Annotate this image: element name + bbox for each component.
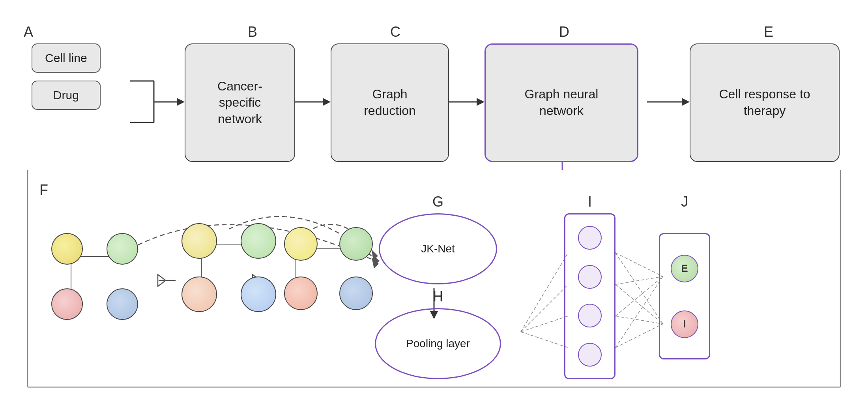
label-h: H — [398, 288, 477, 308]
label-c: C — [336, 24, 455, 43]
label-f: F — [39, 182, 48, 201]
graph3-node-tr — [339, 227, 373, 261]
svg-line-22 — [615, 276, 663, 284]
nn-layer — [564, 213, 615, 379]
svg-marker-8 — [477, 98, 485, 106]
svg-marker-12 — [372, 258, 379, 269]
svg-line-21 — [615, 253, 663, 276]
label-a: A — [24, 24, 33, 43]
label-j: J — [659, 194, 710, 213]
svg-line-28 — [615, 324, 663, 348]
pooling-box: Pooling layer — [375, 308, 501, 379]
svg-line-26 — [615, 284, 663, 324]
svg-marker-13 — [372, 255, 380, 265]
graph3-node-br — [339, 276, 373, 310]
svg-line-19 — [521, 316, 568, 332]
graph1-node-tr — [107, 233, 138, 265]
label-i: I — [564, 194, 615, 213]
svg-marker-4 — [177, 98, 185, 106]
svg-marker-14 — [372, 250, 378, 261]
nn-node-1 — [578, 226, 602, 250]
graph2-node-bl — [181, 276, 217, 312]
cancer-network-box: Cancer-specific network — [185, 43, 295, 162]
graph1-node-bl — [51, 288, 83, 320]
output-layer: E I — [659, 233, 710, 359]
svg-line-20 — [521, 332, 568, 348]
label-e-top: E — [694, 24, 844, 43]
cell-line-box: Cell line — [32, 43, 101, 73]
svg-line-27 — [615, 316, 663, 324]
graph2-node-tl — [181, 223, 217, 259]
output-node-i: I — [671, 310, 698, 338]
graph-reduction-box: Graph reduction — [331, 43, 449, 162]
svg-line-18 — [521, 284, 568, 332]
nn-node-2 — [578, 265, 602, 289]
gnn-box: Graph neural network — [485, 43, 638, 162]
diagram: A Cell line Drug B Cancer-specific netwo… — [0, 0, 868, 395]
graph2-node-br — [241, 276, 276, 312]
nn-node-4 — [578, 343, 602, 367]
graph2-node-tr — [241, 223, 276, 259]
graph1-node-tl — [51, 233, 83, 265]
svg-line-23 — [615, 276, 663, 316]
output-node-e: E — [671, 255, 698, 282]
svg-line-17 — [521, 253, 568, 332]
drug-box: Drug — [32, 81, 101, 110]
graph3-node-bl — [284, 276, 318, 310]
input-boxes-group: Cell line Drug — [32, 43, 101, 110]
svg-marker-6 — [323, 98, 331, 106]
nn-node-3 — [578, 304, 602, 327]
svg-marker-35 — [158, 275, 166, 286]
label-d: D — [489, 24, 639, 43]
label-b: B — [197, 24, 308, 43]
svg-line-24 — [615, 276, 663, 348]
graph3-node-tl — [284, 227, 318, 261]
graph1-node-br — [107, 288, 138, 320]
jknet-box: JK-Net — [379, 213, 497, 284]
svg-marker-10 — [682, 98, 690, 106]
cell-response-box: Cell response to therapy — [690, 43, 840, 162]
svg-line-25 — [615, 253, 663, 324]
label-g: G — [398, 194, 477, 213]
